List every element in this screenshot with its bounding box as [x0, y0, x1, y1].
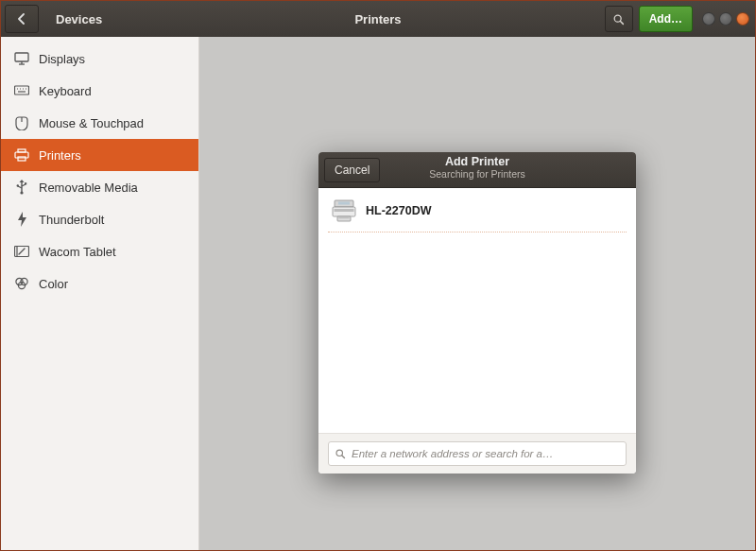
svg-marker-16 [20, 180, 25, 182]
sidebar-item-label: Color [39, 277, 68, 291]
chevron-left-icon [17, 13, 26, 25]
sidebar-item-label: Thunderbolt [39, 213, 104, 227]
maximize-button[interactable] [719, 12, 732, 26]
svg-rect-31 [339, 217, 350, 218]
display-icon [14, 51, 29, 66]
search-field-wrapper[interactable] [328, 441, 627, 466]
add-printer-dialog: Cancel Add Printer Searching for Printer… [318, 152, 636, 474]
dialog-header: Cancel Add Printer Searching for Printer… [318, 152, 636, 188]
add-button[interactable]: Add… [639, 6, 693, 32]
content-area: Cancel Add Printer Searching for Printer… [199, 37, 755, 550]
sidebar-item-color[interactable]: Color [1, 267, 198, 300]
printer-icon [14, 147, 29, 163]
titlebar-left: Devices [1, 5, 102, 33]
svg-rect-27 [338, 202, 350, 205]
svg-line-1 [620, 21, 623, 24]
page-title: Printers [354, 12, 401, 26]
search-button[interactable] [605, 6, 633, 32]
svg-rect-29 [335, 209, 354, 212]
category-title: Devices [56, 12, 102, 26]
add-button-label: Add… [649, 12, 682, 26]
sidebar: Displays Keyboard Mouse & Touchpad Print… [1, 37, 199, 550]
svg-rect-5 [15, 86, 29, 95]
sidebar-item-displays[interactable]: Displays [1, 43, 198, 75]
sidebar-item-keyboard[interactable]: Keyboard [1, 75, 198, 107]
sidebar-item-removable[interactable]: Removable Media [1, 171, 198, 203]
cancel-button-label: Cancel [335, 164, 369, 177]
sidebar-item-label: Mouse & Touchpad [39, 116, 144, 130]
dialog-title: Add Printer [429, 156, 525, 169]
svg-marker-20 [18, 212, 26, 227]
search-icon [335, 448, 346, 459]
sidebar-item-label: Wacom Tablet [39, 245, 116, 259]
svg-line-33 [342, 456, 345, 458]
close-button[interactable] [736, 12, 749, 26]
dialog-titles: Add Printer Searching for Printers [429, 156, 525, 180]
window-controls [702, 12, 749, 26]
settings-window: Devices Printers Add… Displays [0, 0, 756, 551]
search-icon [612, 13, 625, 26]
dialog-subtitle: Searching for Printers [429, 169, 525, 181]
sidebar-item-wacom[interactable]: Wacom Tablet [1, 235, 198, 267]
titlebar: Devices Printers Add… [1, 1, 755, 37]
color-icon [14, 276, 29, 291]
titlebar-right: Add… [605, 6, 755, 32]
main-area: Displays Keyboard Mouse & Touchpad Print… [1, 37, 755, 550]
sidebar-item-printers[interactable]: Printers [1, 139, 198, 171]
printer-name: HL-2270DW [366, 204, 431, 217]
mouse-icon [14, 115, 29, 130]
printer-device-icon [332, 199, 356, 222]
svg-point-19 [17, 184, 19, 186]
sidebar-item-label: Printers [39, 148, 81, 163]
svg-point-17 [20, 191, 23, 194]
printer-list-item[interactable]: HL-2270DW [328, 194, 627, 232]
sidebar-item-label: Displays [39, 52, 85, 66]
svg-rect-2 [15, 53, 28, 61]
back-button[interactable] [5, 5, 39, 33]
printer-list: HL-2270DW [318, 188, 636, 433]
keyboard-icon [14, 83, 29, 98]
cancel-button[interactable]: Cancel [324, 158, 380, 182]
dialog-footer [318, 433, 636, 474]
svg-rect-30 [337, 216, 351, 221]
tablet-icon [14, 244, 29, 259]
sidebar-item-label: Keyboard [39, 84, 92, 98]
minimize-button[interactable] [702, 12, 715, 26]
svg-rect-18 [25, 182, 26, 184]
sidebar-item-mouse[interactable]: Mouse & Touchpad [1, 107, 198, 139]
usb-icon [14, 180, 29, 195]
sidebar-item-thunderbolt[interactable]: Thunderbolt [1, 203, 198, 235]
thunderbolt-icon [14, 212, 29, 227]
network-search-input[interactable] [352, 448, 620, 459]
sidebar-item-label: Removable Media [39, 181, 138, 195]
